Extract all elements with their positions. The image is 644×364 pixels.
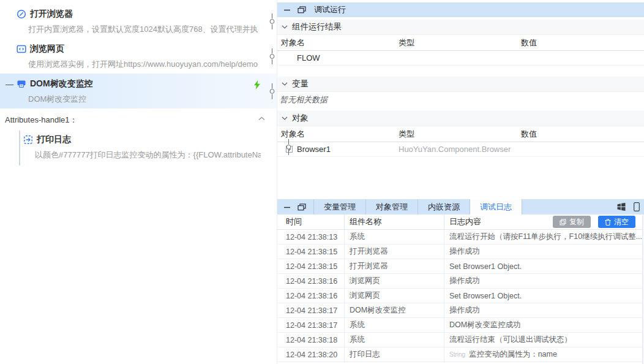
step-description: 使用浏览器实例，打开网址https://www.huoyuyan.com/hel… bbox=[28, 59, 258, 70]
app-root: 打开浏览器 打开内置浏览器，设置默认宽度1024默认高度768、设置代理并执行显… bbox=[0, 0, 644, 364]
mobile-platform-icon[interactable] bbox=[634, 202, 640, 211]
flow-step-browse-page[interactable]: 浏览网页 使用浏览器实例，打开网址https://www.huoyuyan.co… bbox=[0, 39, 277, 74]
column-header: 类型 bbox=[399, 37, 521, 48]
log-panel: 变量管理 对象管理 内嵌资源 调试日志 时间 组件名称 日志内容 bbox=[277, 199, 644, 364]
step-description: 打开内置浏览器，设置默认宽度1024默认高度768、设置代理并执行显... bbox=[28, 24, 258, 35]
step-description: DOM树改变监控 bbox=[28, 94, 258, 105]
log-type-badge: String bbox=[449, 351, 465, 358]
log-component: 浏览网页 bbox=[345, 274, 444, 288]
log-content: Set Browser1 Object. bbox=[444, 292, 642, 300]
log-content: 流程运行结束（可以退出调试状态） bbox=[444, 335, 642, 345]
tab-object-management[interactable]: 对象管理 bbox=[365, 199, 417, 214]
log-row: 12-04 21:38:15打开浏览器Set Browser1 Object. bbox=[277, 259, 642, 274]
copy-icon bbox=[560, 219, 566, 226]
log-time: 12-04 21:38:16 bbox=[277, 289, 345, 303]
step-title: 打开浏览器 bbox=[30, 9, 73, 20]
log-component: 浏览网页 bbox=[345, 289, 444, 303]
column-header: 数值 bbox=[521, 37, 644, 48]
section-objects[interactable]: 对象 bbox=[277, 111, 644, 126]
log-rows: 12-04 21:38:13系统流程运行开始（请按F11单步执行，F10继续执行… bbox=[277, 230, 642, 362]
section-label: 组件运行结果 bbox=[292, 21, 342, 32]
log-time: 12-04 21:38:18 bbox=[277, 333, 345, 347]
log-component: 系统 bbox=[345, 318, 444, 332]
object-type: HuoYuYan.Component.Browser bbox=[399, 145, 521, 154]
insert-anchor-icon[interactable] bbox=[269, 48, 275, 64]
flow-editor-panel: 打开浏览器 打开内置浏览器，设置默认宽度1024默认高度768、设置代理并执行显… bbox=[0, 0, 277, 364]
log-row: 12-04 21:38:17DOM树改变监控操作成功 bbox=[277, 303, 642, 318]
table-row[interactable]: FLOW bbox=[277, 51, 644, 66]
section-variables[interactable]: 变量 bbox=[277, 77, 644, 92]
log-content: 操作成功 bbox=[444, 246, 642, 257]
column-header: 类型 bbox=[399, 129, 521, 140]
component-result-table-header: 对象名 类型 数值 bbox=[277, 35, 644, 51]
flow-step-dom-monitor[interactable]: — DOM树改变监控 DOM树改变监控 bbox=[0, 74, 277, 108]
log-tab-bar: 变量管理 对象管理 内嵌资源 调试日志 bbox=[277, 199, 644, 214]
restore-window-icon[interactable] bbox=[298, 203, 306, 211]
section-component-result[interactable]: 组件运行结果 bbox=[277, 20, 644, 35]
chevron-up-icon bbox=[258, 116, 265, 121]
debug-run-panel: 调试运行 组件运行结果 对象名 类型 数值 FLOW bbox=[277, 2, 644, 196]
column-header: 对象名 bbox=[277, 129, 399, 140]
log-time: 12-04 21:38:17 bbox=[277, 318, 345, 332]
minimize-icon[interactable] bbox=[283, 203, 291, 211]
dom-monitor-icon bbox=[17, 79, 26, 89]
log-content: 操作成功 bbox=[444, 276, 642, 286]
log-time: 12-04 21:38:15 bbox=[277, 245, 345, 259]
object-name: FLOW bbox=[281, 53, 320, 63]
chevron-down-icon bbox=[282, 25, 288, 29]
tab-debug-log[interactable]: 调试日志 bbox=[470, 199, 522, 214]
log-content: String监控变动的属性为：name bbox=[444, 349, 642, 360]
collapse-minus-icon[interactable]: — bbox=[6, 80, 13, 89]
attributes-handle-label: Attributes-handle1： bbox=[5, 115, 78, 124]
object-name: Browser1 bbox=[297, 145, 331, 154]
insert-anchor-icon[interactable] bbox=[269, 83, 275, 99]
trash-icon bbox=[605, 219, 611, 226]
log-time: 12-04 21:38:20 bbox=[277, 347, 345, 362]
log-row: 12-04 21:38:17系统DOM树改变监控成功 bbox=[277, 318, 642, 333]
chevron-down-icon bbox=[282, 82, 288, 86]
column-header: 对象名 bbox=[277, 37, 399, 48]
print-log-icon bbox=[23, 135, 33, 145]
log-time: 12-04 21:38:13 bbox=[277, 230, 345, 244]
copy-log-button[interactable]: 复制 bbox=[553, 216, 591, 228]
right-column: 调试运行 组件运行结果 对象名 类型 数值 FLOW bbox=[277, 0, 644, 364]
attributes-handle-row[interactable]: Attributes-handle1： bbox=[0, 108, 277, 128]
minimize-icon[interactable] bbox=[283, 6, 291, 13]
log-component: DOM树改变监控 bbox=[345, 303, 444, 317]
log-row: 12-04 21:38:18系统流程运行结束（可以退出调试状态） bbox=[277, 333, 642, 347]
log-table-header: 时间 组件名称 日志内容 复制 清空 bbox=[277, 214, 642, 230]
chevron-down-icon bbox=[282, 116, 288, 120]
step-title: DOM树改变监控 bbox=[30, 78, 93, 89]
variables-empty-text: 暂无相关数据 bbox=[277, 92, 644, 105]
tab-variable-management[interactable]: 变量管理 bbox=[313, 199, 365, 214]
handle-sub-steps: 打印日志 以颜色#777777打印日志监控变动的属性为：{{FLOW.attri… bbox=[19, 131, 277, 165]
insert-anchor-icon[interactable] bbox=[269, 13, 275, 29]
open-browser-icon bbox=[17, 9, 26, 19]
log-component: 系统 bbox=[345, 333, 444, 347]
debug-run-header: 调试运行 bbox=[277, 2, 644, 17]
log-row: 12-04 21:38:15打开浏览器操作成功 bbox=[277, 245, 642, 259]
column-header-time: 时间 bbox=[277, 214, 345, 229]
debug-run-title: 调试运行 bbox=[314, 4, 346, 15]
log-row: 12-04 21:38:20打印日志String监控变动的属性为：name bbox=[277, 347, 642, 362]
restore-window-icon[interactable] bbox=[298, 6, 306, 13]
run-bolt-icon bbox=[253, 80, 261, 89]
log-component: 打印日志 bbox=[345, 347, 444, 362]
clear-log-button[interactable]: 清空 bbox=[598, 216, 635, 228]
log-component: 打开浏览器 bbox=[345, 245, 444, 259]
insert-anchor-icon[interactable] bbox=[286, 139, 291, 155]
log-content: DOM树改变监控成功 bbox=[444, 320, 642, 330]
log-content: Set Browser1 Object. bbox=[444, 262, 642, 271]
step-title: 打印日志 bbox=[37, 134, 71, 145]
column-header: 数值 bbox=[521, 129, 644, 140]
table-row[interactable]: Browser1 HuoYuYan.Component.Browser bbox=[277, 142, 644, 157]
flow-step-print-log[interactable]: 打印日志 以颜色#777777打印日志监控变动的属性为：{{FLOW.attri… bbox=[22, 132, 277, 162]
tab-embedded-resources[interactable]: 内嵌资源 bbox=[417, 199, 470, 214]
log-content: 流程运行开始（请按F11单步执行，F10继续执行调试整... bbox=[444, 232, 642, 242]
column-header-component: 组件名称 bbox=[345, 214, 444, 229]
flow-step-open-browser[interactable]: 打开浏览器 打开内置浏览器，设置默认宽度1024默认高度768、设置代理并执行显… bbox=[0, 4, 277, 39]
windows-platform-icon[interactable] bbox=[617, 203, 626, 211]
log-time: 12-04 21:38:17 bbox=[277, 303, 345, 317]
log-time: 12-04 21:38:16 bbox=[277, 274, 345, 288]
log-content: 操作成功 bbox=[444, 305, 642, 316]
